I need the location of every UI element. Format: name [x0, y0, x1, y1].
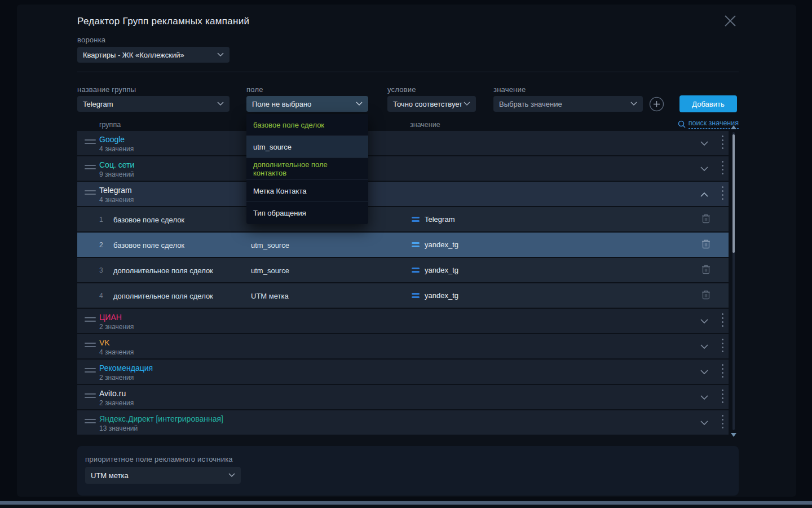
condition-row[interactable]: 1 базовое поле сделок Telegram — [77, 207, 729, 233]
scrollbar-thumb[interactable] — [732, 134, 735, 253]
drag-handle-icon[interactable] — [85, 368, 96, 373]
group-row-expanded[interactable]: Telegram 4 значения — [77, 182, 729, 207]
condition-number: 3 — [99, 266, 103, 274]
group-name: Рекомендация — [99, 364, 153, 373]
add-button[interactable]: Добавить — [679, 95, 737, 112]
group-row[interactable]: VK 4 значения — [77, 334, 729, 360]
group-name: Avito.ru — [99, 389, 126, 398]
group-name-select[interactable]: Telegram — [77, 96, 230, 112]
group-row[interactable]: Рекомендация 2 значения — [77, 360, 729, 385]
priority-field-select-value: UTM метка — [91, 471, 129, 480]
column-header-value: значение — [410, 121, 440, 129]
groups-list: Google 4 значения Соц. сети 9 значений T… — [77, 131, 729, 436]
more-menu-icon[interactable] — [720, 364, 725, 378]
more-menu-icon[interactable] — [720, 415, 725, 428]
trash-icon[interactable] — [701, 264, 714, 277]
group-name-select-value: Telegram — [83, 100, 113, 108]
condition-number: 2 — [99, 241, 103, 249]
dropdown-option[interactable]: Тип обращения — [246, 202, 368, 224]
drag-handle-icon[interactable] — [85, 190, 96, 195]
value-select-placeholder: Выбрать значение — [499, 100, 562, 108]
chevron-down-icon[interactable] — [699, 367, 710, 376]
more-menu-icon[interactable] — [720, 161, 725, 174]
condition-row[interactable]: 3 дополнительное поля сделок utm_source … — [77, 258, 729, 283]
drag-handle-icon[interactable] — [85, 393, 96, 398]
dropdown-category: базовое поле сделок — [246, 114, 368, 136]
group-name: Яндекс.Директ [интегрированная] — [99, 414, 223, 423]
trash-icon[interactable] — [701, 290, 714, 302]
group-row[interactable]: ЦИАН 2 значения — [77, 309, 729, 334]
drag-handle-icon[interactable] — [85, 139, 96, 144]
dropdown-option-highlighted[interactable]: utm_source — [246, 136, 368, 158]
chevron-up-icon[interactable] — [699, 190, 710, 199]
close-icon[interactable] — [721, 12, 739, 30]
chevron-down-icon — [217, 102, 224, 106]
more-menu-icon[interactable] — [720, 135, 725, 149]
group-count: 4 значения — [99, 348, 134, 356]
condition-number: 4 — [99, 292, 103, 300]
condition-value: Telegram — [425, 215, 454, 224]
drag-handle-icon[interactable] — [85, 419, 96, 423]
group-count: 2 значения — [99, 399, 134, 407]
condition-row[interactable]: 4 дополнительное поля сделок UTM метка y… — [77, 283, 729, 309]
dropdown-option[interactable]: Метка Контакта — [246, 180, 368, 202]
value-select[interactable]: Выбрать значение — [493, 96, 643, 112]
chevron-down-icon[interactable] — [699, 418, 710, 427]
field-select[interactable]: Поле не выбрано — [246, 96, 368, 112]
search-icon — [678, 120, 686, 128]
chevron-down-icon[interactable] — [699, 164, 710, 173]
campaign-groups-editor-modal: Редактор Групп рекламных кампаний воронк… — [17, 5, 796, 497]
group-count: 4 значения — [99, 145, 134, 153]
group-row[interactable]: Яндекс.Директ [интегрированная] 13 значе… — [77, 410, 729, 436]
priority-field-label: приоритетное поле рекламного источника — [85, 455, 233, 463]
more-menu-icon[interactable] — [720, 186, 725, 200]
condition-select-value: Точно соответствует — [393, 100, 462, 108]
scroll-down-icon[interactable] — [731, 433, 736, 437]
chevron-down-icon[interactable] — [699, 317, 710, 326]
scroll-up-icon[interactable] — [731, 125, 736, 129]
vertical-scrollbar[interactable] — [731, 125, 736, 437]
page-title: Редактор Групп рекламных кампаний — [77, 16, 249, 27]
drag-handle-icon[interactable] — [85, 317, 96, 322]
condition-field-type: базовое поле сделок — [113, 241, 184, 249]
more-menu-icon[interactable] — [720, 313, 725, 327]
trash-icon[interactable] — [701, 239, 714, 251]
group-row[interactable]: Соц. сети 9 значений — [77, 156, 729, 182]
chevron-down-icon — [228, 473, 235, 478]
field-label: поле — [246, 85, 263, 94]
bottom-edge — [0, 505, 812, 508]
condition-number: 1 — [99, 216, 103, 224]
condition-select[interactable]: Точно соответствует — [387, 96, 476, 112]
funnel-select-value: Квартиры - ЖК «Коллежский» — [83, 51, 184, 59]
group-name: Соц. сети — [99, 160, 134, 169]
condition-field-type: дополнительное поля сделок — [113, 292, 213, 300]
drag-handle-icon[interactable] — [85, 343, 96, 347]
group-name: Google — [99, 135, 125, 144]
search-values-link[interactable]: поиск значения — [678, 119, 739, 129]
group-count: 4 значения — [99, 196, 134, 204]
condition-field-name: utm_source — [251, 241, 289, 249]
condition-value: yandex_tg — [425, 266, 458, 274]
group-count: 9 значений — [99, 170, 134, 178]
priority-field-select[interactable]: UTM метка — [85, 467, 241, 484]
group-name: VK — [99, 338, 110, 347]
chevron-down-icon — [464, 102, 470, 106]
chevron-down-icon[interactable] — [699, 393, 710, 402]
group-row[interactable]: Avito.ru 2 значения — [77, 385, 729, 410]
group-name: Telegram — [99, 186, 132, 195]
drag-handle-icon[interactable] — [85, 165, 96, 169]
more-menu-icon[interactable] — [720, 339, 725, 352]
funnel-select[interactable]: Квартиры - ЖК «Коллежский» — [77, 47, 230, 63]
group-count: 13 значений — [99, 424, 138, 432]
group-row[interactable]: Google 4 значения — [77, 131, 729, 156]
more-menu-icon[interactable] — [720, 389, 725, 403]
trash-icon[interactable] — [701, 213, 714, 226]
plus-circle-icon[interactable] — [649, 97, 664, 112]
condition-row-selected[interactable]: 2 базовое поле сделок utm_source yandex_… — [77, 233, 729, 258]
column-header-group: группа — [99, 121, 121, 129]
chevron-down-icon[interactable] — [699, 342, 710, 351]
chevron-down-icon[interactable] — [699, 139, 710, 148]
condition-field-name: utm_source — [251, 266, 289, 275]
dropdown-category: дополнительное поле контактов — [246, 158, 368, 180]
group-name-label: название группы — [77, 85, 136, 94]
